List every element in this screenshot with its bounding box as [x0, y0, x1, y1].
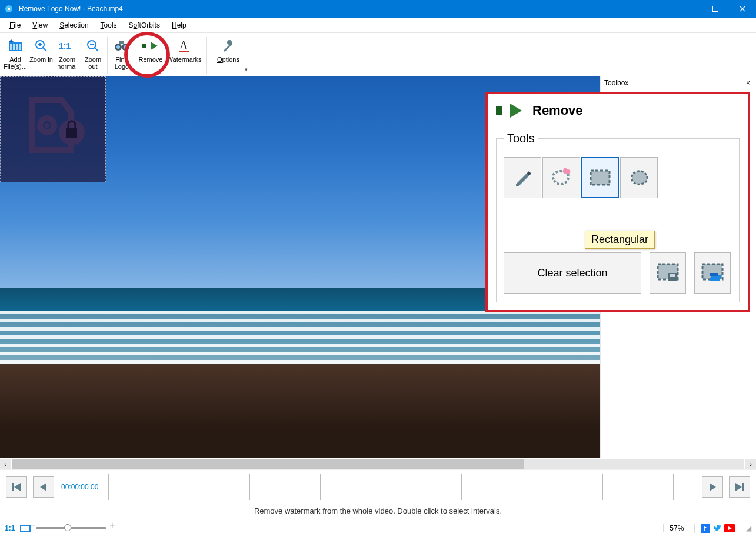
svg-rect-6	[13, 44, 15, 50]
youtube-icon[interactable]	[724, 524, 735, 532]
zoom-slider-knob[interactable]	[64, 524, 71, 531]
svg-rect-18	[179, 51, 189, 52]
svg-rect-23	[591, 171, 610, 185]
remove-panel-heading: Remove	[532, 103, 583, 118]
logo-selection-overlay[interactable]	[0, 76, 106, 182]
find-logo-button[interactable]: Find Logo	[109, 35, 135, 76]
add-files-icon	[8, 37, 23, 55]
zoom-in-icon	[34, 37, 48, 55]
zoom-minus-icon[interactable]: −	[30, 520, 35, 531]
scroll-thumb[interactable]	[12, 459, 524, 469]
close-button[interactable]	[729, 0, 756, 18]
remove-label: Remove	[139, 56, 163, 63]
watermarks-button[interactable]: A Watermarks	[164, 35, 205, 76]
timeline[interactable]	[108, 474, 692, 500]
svg-rect-22	[562, 168, 571, 175]
rectangular-tool[interactable]	[581, 157, 619, 198]
menu-file[interactable]: FFileile	[4, 19, 26, 31]
hint-bar: Remove watermark from the whole video. D…	[0, 504, 756, 518]
go-end-button[interactable]	[729, 476, 750, 498]
remove-panel: Remove Tools Rectangular Clear selection	[485, 92, 750, 312]
zoom-normal-button[interactable]: 1:1 Zoom normal	[54, 35, 80, 76]
svg-point-14	[116, 45, 120, 49]
title-bar: Remove Logo Now! - Beach.mp4	[0, 0, 756, 18]
wrench-icon	[221, 37, 235, 55]
options-label: Options	[217, 56, 239, 63]
menu-help[interactable]: Help	[166, 19, 192, 31]
scroll-left-button[interactable]: ‹	[0, 459, 11, 469]
remove-arrow-icon	[142, 37, 159, 55]
dropdown-arrow-icon[interactable]: ▾	[245, 66, 248, 72]
open-selection-icon	[701, 262, 724, 284]
binoculars-icon	[114, 37, 130, 55]
prev-frame-button[interactable]	[33, 476, 54, 498]
clear-selection-button[interactable]: Clear selection	[504, 252, 641, 294]
zoom-out-label: Zoom out	[80, 56, 106, 70]
menu-bar: FFileile View Selection Tools SoftOrbits…	[0, 18, 756, 33]
maximize-button[interactable]	[702, 0, 729, 18]
fit-screen-icon[interactable]	[19, 524, 31, 532]
remove-button[interactable]: Remove	[138, 35, 164, 76]
pencil-icon	[512, 168, 532, 188]
freeform-icon	[628, 168, 650, 187]
rectangle-select-icon	[589, 169, 611, 186]
window-title: Remove Logo Now! - Beach.mp4	[18, 5, 675, 13]
pencil-tool[interactable]	[504, 157, 541, 198]
zoom-normal-label: Zoom normal	[54, 56, 80, 70]
facebook-icon[interactable]: f	[701, 524, 710, 533]
freeform-tool[interactable]	[620, 157, 658, 198]
svg-rect-8	[19, 44, 21, 50]
scroll-right-button[interactable]: ›	[745, 459, 756, 469]
toolbar: Add File(s)... Zoom in 1:1 Zoom normal Z…	[0, 33, 756, 76]
svg-text:1:1: 1:1	[59, 41, 71, 51]
save-selection-icon	[656, 262, 680, 284]
zoom-plus-icon[interactable]: +	[109, 520, 115, 531]
svg-rect-29	[12, 483, 14, 491]
minimize-button[interactable]	[675, 0, 702, 18]
add-files-button[interactable]: Add File(s)...	[2, 35, 28, 76]
app-icon	[4, 4, 14, 14]
svg-rect-21	[66, 128, 77, 138]
open-selection-button[interactable]	[694, 252, 731, 294]
svg-rect-3	[713, 6, 718, 12]
menu-selection[interactable]: Selection	[54, 19, 94, 31]
zoom-in-button[interactable]: Zoom in	[28, 35, 54, 76]
svg-rect-32	[21, 526, 29, 531]
next-frame-button[interactable]	[702, 476, 723, 498]
go-start-button[interactable]	[6, 476, 27, 498]
svg-rect-28	[710, 273, 718, 276]
zoom-ratio[interactable]: 1:1	[5, 524, 15, 532]
svg-text:f: f	[704, 524, 707, 533]
resize-grip-icon[interactable]: ◢	[746, 524, 751, 532]
options-button[interactable]: Options ▾ Options	[208, 35, 249, 76]
svg-rect-16	[119, 41, 124, 44]
menu-tools[interactable]: Tools	[95, 19, 123, 31]
svg-point-15	[124, 45, 127, 49]
find-logo-label: Find Logo	[109, 56, 135, 70]
menu-softorbits[interactable]: SoftOrbits	[123, 19, 166, 31]
tool-tooltip: Rectangular	[585, 231, 655, 249]
zoom-percent: 57%	[663, 524, 690, 532]
eraser-icon	[550, 168, 572, 188]
zoom-slider[interactable]: − +	[36, 527, 106, 529]
add-files-label: Add File(s)...	[2, 56, 28, 70]
menu-view[interactable]: View	[26, 19, 54, 31]
zoom-normal-icon: 1:1	[59, 37, 75, 55]
svg-point-20	[45, 123, 49, 128]
canvas-scrollbar[interactable]: ‹ ›	[0, 458, 756, 469]
twitter-icon[interactable]	[712, 524, 722, 533]
timecode: 00:00:00 00	[61, 483, 98, 491]
hint-text: Remove watermark from the whole video. D…	[254, 506, 502, 515]
toolbox-title: Toolbox	[604, 79, 628, 87]
zoom-out-button[interactable]: Zoom out	[80, 35, 106, 76]
zoom-in-label: Zoom in	[29, 56, 53, 63]
eraser-tool[interactable]	[542, 157, 580, 198]
svg-rect-26	[670, 274, 675, 277]
zoom-out-icon	[86, 37, 100, 55]
svg-text:A: A	[179, 39, 188, 52]
svg-rect-2	[685, 9, 691, 9]
status-bar: 1:1 − + 57% f ◢	[0, 518, 756, 538]
save-selection-button[interactable]	[650, 252, 686, 294]
toolbox-close-button[interactable]: ×	[744, 79, 752, 87]
playback-bar: 00:00:00 00	[0, 469, 756, 504]
